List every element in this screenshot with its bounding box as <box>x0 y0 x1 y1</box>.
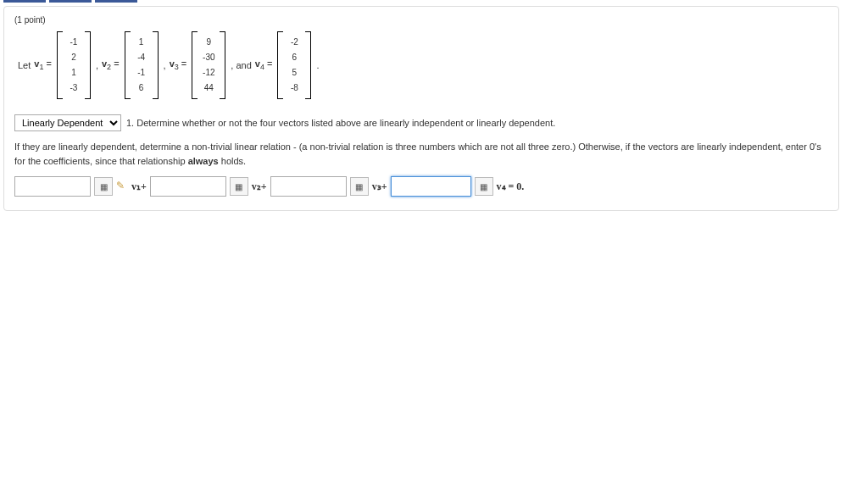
v1-plus-label: v₁+ <box>131 180 147 193</box>
vector-entry: -4 <box>134 50 149 65</box>
v3-label: v3 = <box>170 58 187 71</box>
tab-stub <box>49 0 92 3</box>
vector-entry: -8 <box>287 80 302 96</box>
vector-entry: -30 <box>201 50 216 65</box>
v2-label: v2 = <box>102 58 120 71</box>
v2-plus-label: v₂+ <box>252 180 267 193</box>
vector-entry: -1 <box>134 65 149 80</box>
grid-icon[interactable]: ▦ <box>94 177 113 196</box>
tab-stub <box>3 0 46 3</box>
v3-plus-label: v₃+ <box>372 180 387 193</box>
vector-entry: 5 <box>287 65 302 80</box>
vector-v3: 9-30-1244 <box>192 31 225 99</box>
explanation-text: If they are linearly dependent, determin… <box>14 140 828 168</box>
top-tabs <box>0 0 868 3</box>
coeff1-input[interactable] <box>14 176 91 197</box>
grid-icon[interactable]: ▦ <box>475 177 493 196</box>
dependence-select[interactable]: Linearly Dependent <box>14 114 121 131</box>
let-label: Let <box>18 60 31 70</box>
vector-entry: 1 <box>66 65 81 80</box>
vector-entry: 9 <box>201 35 216 50</box>
vector-v2: 1-4-16 <box>125 31 159 99</box>
coeff3-input[interactable] <box>270 176 347 197</box>
points-label: (1 point) <box>14 15 828 25</box>
tab-stub <box>95 0 137 3</box>
and-label: , and <box>231 60 251 70</box>
vector-entry: -2 <box>287 35 302 50</box>
vector-entry: 6 <box>134 80 149 96</box>
sep: , <box>164 60 166 70</box>
vector-entry: -12 <box>201 65 216 80</box>
coeff2-input[interactable] <box>150 176 226 197</box>
vector-entry: -1 <box>66 35 81 50</box>
question-row: Linearly Dependent 1. Determine whether … <box>14 114 828 131</box>
coeff-row: ▦ v₁+ ▦ v₂+ ▦ v₃+ ▦ v₄ = 0. <box>14 176 828 197</box>
coeff4-input[interactable] <box>391 176 471 197</box>
vector-v4: -265-8 <box>277 31 311 99</box>
pencil-icon[interactable] <box>116 180 128 192</box>
vector-v1: -121-3 <box>57 31 91 99</box>
vector-entry: -3 <box>66 80 81 96</box>
problem-panel: (1 point) Let v1 = -121-3 , v2 = 1-4-16 … <box>3 6 839 211</box>
grid-icon[interactable]: ▦ <box>350 177 369 196</box>
v4-label: v4 = <box>255 58 273 71</box>
vector-entry: 44 <box>201 80 216 96</box>
sep: , <box>96 60 98 70</box>
v4-eq-label: v₄ = 0. <box>497 180 525 193</box>
vectors-row: Let v1 = -121-3 , v2 = 1-4-16 , v3 = 9-3… <box>18 31 828 99</box>
question-text: 1. Determine whether or not the four vec… <box>126 118 555 128</box>
vector-entry: 6 <box>287 50 302 65</box>
vector-entry: 1 <box>134 35 149 50</box>
vector-entry: 2 <box>66 50 81 65</box>
v1-label: v1 = <box>34 58 52 71</box>
grid-icon[interactable]: ▦ <box>230 177 248 196</box>
period: . <box>316 60 319 70</box>
